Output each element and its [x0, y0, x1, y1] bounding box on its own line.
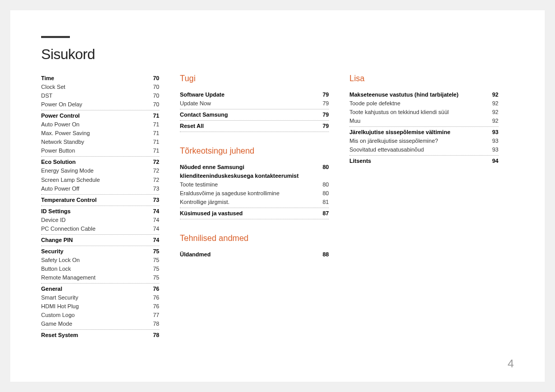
toc-entry[interactable]: Custom Logo77 — [41, 311, 159, 320]
toc-entry[interactable]: Game Mode78 — [41, 320, 159, 328]
toc-entry[interactable]: Nõuded enne Samsungi klienditeeninduskes… — [180, 163, 329, 180]
toc-entry[interactable]: Power Button71 — [41, 146, 159, 155]
toc-entry-page: 78 — [150, 320, 159, 328]
toc-entry[interactable]: Screen Lamp Schedule72 — [41, 176, 159, 184]
toc-entry-label: Temperature Control — [41, 196, 150, 204]
toc-columns: Time70Clock Set70DST70Power On Delay70Po… — [41, 74, 514, 342]
toc-entry[interactable]: Device ID74 — [41, 216, 159, 225]
toc-entry[interactable]: Security75 — [41, 247, 159, 256]
toc-entry-label: Game Mode — [41, 320, 150, 328]
page-title: Sisukord — [41, 46, 514, 63]
toc-entry[interactable]: HDMI Hot Plug76 — [41, 302, 159, 311]
toc-entry[interactable]: Power On Delay70 — [41, 100, 159, 109]
toc-entry[interactable]: Energy Saving Mode72 — [41, 166, 159, 175]
toc-entry[interactable]: Button Lock75 — [41, 265, 159, 273]
toc-entry[interactable]: PC Connection Cable74 — [41, 225, 159, 233]
toc-entry-label: Power On Delay — [41, 100, 150, 109]
toc-entry-label: Change PIN — [41, 236, 150, 245]
toc-entry[interactable]: DST70 — [41, 91, 159, 100]
title-bar-decoration — [41, 36, 70, 38]
toc-entry-page: 92 — [489, 117, 498, 125]
toc-entry[interactable]: Change PIN74 — [41, 236, 159, 245]
toc-entry[interactable]: Kontrollige järgmist.81 — [180, 198, 329, 207]
toc-entry[interactable]: Auto Power On71 — [41, 120, 159, 129]
toc-entry-label: Contact Samsung — [180, 110, 320, 119]
toc-entry[interactable]: General76 — [41, 285, 159, 293]
toc-entry-label: HDMI Hot Plug — [41, 302, 150, 311]
toc-group: Küsimused ja vastused87 — [180, 209, 329, 219]
toc-entry-page: 74 — [150, 216, 159, 225]
toc-entry-page: 71 — [150, 129, 159, 138]
toc-entry[interactable]: Küsimused ja vastused87 — [180, 209, 329, 218]
toc-entry-label: Muu — [349, 117, 489, 125]
toc-entry[interactable]: Mis on järelkujutise sissepõlemine?93 — [349, 137, 498, 145]
toc-entry[interactable]: Auto Power Off73 — [41, 184, 159, 193]
toc-entry[interactable]: Contact Samsung79 — [180, 110, 329, 119]
toc-entry[interactable]: Üldandmed88 — [180, 250, 329, 259]
toc-entry[interactable]: Reset All79 — [180, 122, 329, 130]
toc-entry-page: 79 — [320, 110, 329, 119]
toc-entry[interactable]: Toode pole defektne92 — [349, 99, 498, 108]
toc-entry-label: Toote testimine — [180, 180, 320, 189]
toc-entry[interactable]: Soovitatud ettevaatusabinõud93 — [349, 145, 498, 154]
toc-entry-page: 73 — [150, 184, 159, 193]
toc-entry-label: Makseteenuse vastutus (hind tarbijatele) — [349, 90, 489, 99]
toc-group: Nõuded enne Samsungi klienditeeninduskes… — [180, 163, 329, 208]
toc-entry-label: Power Button — [41, 146, 150, 155]
toc-entry[interactable]: Power Control71 — [41, 111, 159, 120]
toc-entry[interactable]: Update Now79 — [180, 99, 329, 108]
toc-group: Reset System78 — [41, 331, 159, 341]
toc-entry[interactable]: Reset System78 — [41, 331, 159, 340]
toc-entry[interactable]: Litsents94 — [349, 157, 498, 165]
toc-entry-page: 81 — [320, 198, 329, 207]
document-page: Sisukord Time70Clock Set70DST70Power On … — [10, 10, 545, 382]
toc-entry-page: 80 — [320, 189, 329, 198]
toc-entry-page: 76 — [150, 302, 159, 311]
toc-entry-label: Järelkujutise sissepõlemise vältimine — [349, 128, 489, 137]
toc-entry[interactable]: Toote testimine80 — [180, 180, 329, 189]
section-title: Tõrkeotsingu juhend — [180, 146, 329, 156]
toc-entry-page: 70 — [150, 100, 159, 109]
toc-entry[interactable]: Software Update79 — [180, 90, 329, 99]
toc-group: Eco Solution72Energy Saving Mode72Screen… — [41, 158, 159, 194]
toc-group: General76Smart Security76HDMI Hot Plug76… — [41, 285, 159, 330]
toc-entry[interactable]: Järelkujutise sissepõlemise vältimine93 — [349, 128, 498, 137]
toc-entry-page: 92 — [489, 90, 498, 99]
toc-entry-page: 75 — [150, 247, 159, 256]
toc-entry-label: DST — [41, 91, 150, 100]
toc-entry-page: 88 — [320, 250, 329, 259]
toc-entry[interactable]: Eco Solution72 — [41, 158, 159, 166]
toc-entry[interactable]: Temperature Control73 — [41, 196, 159, 204]
page-number: 4 — [508, 357, 514, 370]
toc-group: Power Control71Auto Power On71Max. Power… — [41, 111, 159, 157]
toc-entry-label: ID Settings — [41, 207, 150, 216]
toc-entry-label: Device ID — [41, 216, 150, 225]
toc-entry-label: Reset System — [41, 331, 150, 340]
toc-entry[interactable]: Makseteenuse vastutus (hind tarbijatele)… — [349, 90, 498, 99]
toc-entry[interactable]: Eraldusvõime ja sageduse kontrollimine80 — [180, 189, 329, 198]
toc-entry[interactable]: Network Standby71 — [41, 138, 159, 146]
toc-entry[interactable]: Max. Power Saving71 — [41, 129, 159, 138]
toc-entry-page: 75 — [150, 256, 159, 265]
toc-entry[interactable]: Remote Management75 — [41, 273, 159, 282]
toc-entry[interactable]: Smart Security76 — [41, 293, 159, 302]
toc-entry[interactable]: Toote kahjustus on tekkinud kliendi süül… — [349, 108, 498, 117]
toc-entry-label: Clock Set — [41, 83, 150, 91]
toc-entry-page: 92 — [489, 99, 498, 108]
toc-entry-page: 71 — [150, 146, 159, 155]
toc-entry-page: 80 — [320, 180, 329, 189]
toc-entry[interactable]: Time70 — [41, 74, 159, 83]
toc-entry-label: Kontrollige järgmist. — [180, 198, 320, 207]
toc-entry-label: Üldandmed — [180, 250, 320, 259]
toc-group: Temperature Control73 — [41, 196, 159, 206]
toc-entry[interactable]: Safety Lock On75 — [41, 256, 159, 265]
toc-entry[interactable]: Clock Set70 — [41, 83, 159, 91]
toc-group: Time70Clock Set70DST70Power On Delay70 — [41, 74, 159, 110]
toc-entry-page: 70 — [150, 83, 159, 91]
toc-entry[interactable]: Muu92 — [349, 117, 498, 125]
toc-entry-label: Auto Power Off — [41, 184, 150, 193]
toc-entry-page: 72 — [150, 176, 159, 184]
toc-entry-label: Button Lock — [41, 265, 150, 273]
toc-entry-page: 74 — [150, 225, 159, 233]
toc-entry[interactable]: ID Settings74 — [41, 207, 159, 216]
